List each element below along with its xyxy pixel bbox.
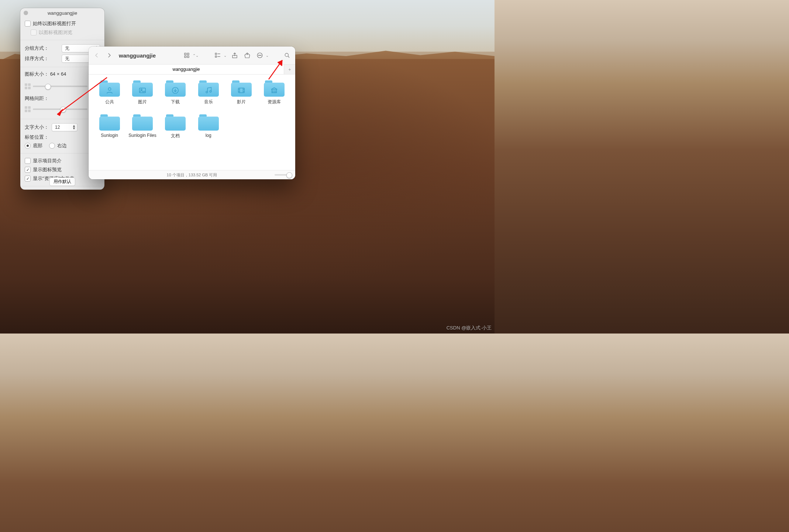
folder-item[interactable]: 下载 <box>160 80 191 112</box>
svg-point-12 <box>259 55 260 56</box>
icon-size-value: 64 × 64 <box>50 71 66 77</box>
icon-view-icon <box>182 51 191 60</box>
actions-button[interactable]: ⌄ <box>255 51 269 60</box>
folder-item[interactable]: Sunlogin <box>94 114 125 146</box>
folder-icon <box>99 114 120 131</box>
folder-item[interactable]: 资源库 <box>259 80 290 112</box>
folder-label: 公共 <box>105 99 114 105</box>
text-size-select[interactable]: 12 ▲▼ <box>52 123 77 131</box>
svg-point-13 <box>261 55 261 56</box>
chevron-down-icon: ⌄ <box>266 53 269 58</box>
svg-rect-22 <box>238 88 245 93</box>
always-icon-view-label: 始终以图标视图打开 <box>33 20 76 27</box>
forward-button[interactable] <box>105 51 114 60</box>
finder-title: wangguangjie <box>119 52 156 59</box>
folder-icon <box>198 114 219 131</box>
folder-item[interactable]: log <box>193 114 224 146</box>
folder-icon <box>165 114 186 131</box>
folder-label: 文档 <box>171 133 180 139</box>
svg-point-20 <box>206 91 208 93</box>
finder-tab[interactable]: wangguangjie <box>89 65 284 74</box>
more-icon <box>255 51 264 60</box>
finder-window: wangguangjie ⌃⌄ ⌄ ⌄ <box>89 46 295 179</box>
browse-icon-view-row: 以图标视图浏览 <box>25 28 100 37</box>
slider-thumb[interactable] <box>286 172 292 178</box>
chevron-down-icon: ⌄ <box>224 53 227 58</box>
label-pos-right-label: 右边 <box>57 142 67 149</box>
radio-icon[interactable] <box>25 143 31 149</box>
radio-icon[interactable] <box>49 143 55 149</box>
text-size-label: 文字大小： <box>25 124 49 131</box>
checkbox-icon[interactable] <box>25 167 31 173</box>
always-icon-view-row[interactable]: 始终以图标视图打开 <box>25 19 100 28</box>
folder-item[interactable]: 文档 <box>160 114 191 146</box>
folder-icon <box>165 80 186 97</box>
folder-icon <box>198 80 219 97</box>
finder-tab-label: wangguangjie <box>172 67 200 72</box>
sort-by-value: 无 <box>65 56 69 62</box>
folder-icon <box>231 80 252 97</box>
back-button[interactable] <box>92 51 101 60</box>
label-pos-right[interactable]: 右边 <box>49 141 67 150</box>
grid-spacing-label: 网格间距： <box>25 96 49 101</box>
watermark: CSDN @嵌入式·小王 <box>447 325 492 331</box>
folder-icon <box>264 80 285 97</box>
search-button[interactable] <box>283 51 292 60</box>
folder-item[interactable]: 影片 <box>225 80 257 112</box>
group-by-value: 无 <box>65 45 69 52</box>
svg-rect-17 <box>139 88 146 93</box>
checkbox-icon <box>31 30 37 35</box>
zoom-slider[interactable] <box>275 174 292 176</box>
svg-point-16 <box>108 88 111 90</box>
view-mode-button[interactable]: ⌃⌄ <box>182 51 199 60</box>
slider-thumb[interactable] <box>60 107 66 113</box>
folder-icon <box>132 114 153 131</box>
grid-spacing-slider[interactable] <box>33 108 87 110</box>
folder-item[interactable]: 公共 <box>94 80 125 112</box>
finder-content[interactable]: 公共图片下载音乐影片资源库SunloginSunlogin Files文档log <box>89 75 295 170</box>
icon-size-slider[interactable] <box>33 86 87 87</box>
svg-point-14 <box>285 53 288 56</box>
view-options-titlebar[interactable]: wangguangjie <box>20 8 104 18</box>
svg-point-11 <box>258 55 259 56</box>
share-button[interactable] <box>230 51 239 60</box>
svg-rect-3 <box>187 56 189 58</box>
checkbox-icon[interactable] <box>25 21 31 27</box>
svg-point-21 <box>210 90 211 92</box>
show-item-info-label: 显示项目简介 <box>33 158 62 164</box>
folder-item[interactable]: 图片 <box>127 80 158 112</box>
tags-button[interactable] <box>243 51 252 60</box>
new-tab-button[interactable]: ＋ <box>284 65 295 74</box>
folder-icon <box>99 80 120 97</box>
finder-status-bar: 10 个项目，133.52 GB 可用 <box>89 170 295 179</box>
browse-icon-view-label: 以图标视图浏览 <box>39 29 72 36</box>
slider-thumb[interactable] <box>45 84 51 90</box>
svg-point-9 <box>247 54 248 55</box>
label-pos-bottom[interactable]: 底部 <box>25 141 42 150</box>
chevron-updown-icon: ⌃⌄ <box>193 53 199 58</box>
folder-icon <box>132 80 153 97</box>
use-as-defaults-button[interactable]: 用作默认 <box>49 177 75 186</box>
small-grid-icon <box>25 106 31 112</box>
label-pos-bottom-label: 底部 <box>33 142 42 149</box>
svg-rect-0 <box>185 53 186 55</box>
folder-label: 影片 <box>237 99 246 105</box>
close-icon[interactable] <box>24 11 28 15</box>
svg-line-15 <box>288 56 289 58</box>
show-icon-preview-label: 显示图标预览 <box>33 166 62 173</box>
small-grid-icon <box>25 83 31 89</box>
checkbox-icon[interactable] <box>25 158 31 164</box>
svg-rect-2 <box>185 56 186 58</box>
finder-tab-row: wangguangjie ＋ <box>89 65 295 75</box>
svg-rect-6 <box>215 56 217 58</box>
folder-label: 图片 <box>138 99 147 105</box>
folder-item[interactable]: 音乐 <box>193 80 224 112</box>
group-by-label: 分组方式： <box>25 45 49 52</box>
view-options-title: wangguangjie <box>48 10 77 16</box>
folder-item[interactable]: Sunlogin Files <box>127 114 158 146</box>
folder-label: Sunlogin <box>101 133 118 138</box>
group-icon <box>213 51 222 60</box>
sort-by-label: 排序方式： <box>25 55 49 62</box>
group-button[interactable]: ⌄ <box>213 51 227 60</box>
text-size-value: 12 <box>55 125 60 130</box>
